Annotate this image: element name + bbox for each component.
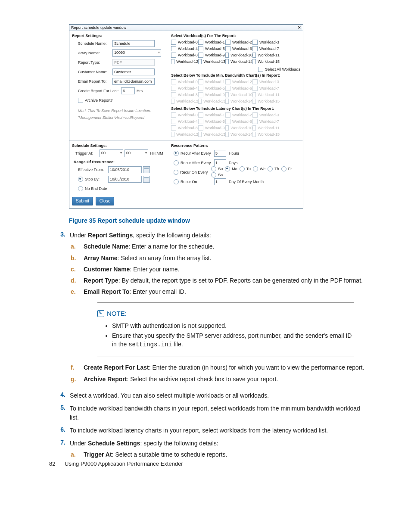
weekday-radio[interactable] [253, 166, 258, 171]
workload-checkbox [198, 132, 202, 137]
workload-checkbox[interactable] [252, 40, 258, 45]
workload-checkbox [198, 125, 203, 131]
schedule-name-input[interactable]: Schedule [112, 40, 155, 47]
email-input[interactable]: emailId@domain.com [112, 78, 155, 85]
workload-item[interactable]: Workload-12 [171, 59, 198, 64]
workload-item[interactable]: Workload-4 [171, 46, 198, 51]
workload-item[interactable]: Workload-10 [225, 53, 252, 58]
workload-item: Workload-9 [198, 92, 225, 97]
workload-checkbox[interactable] [252, 53, 256, 58]
workload-item[interactable]: Workload-13 [198, 59, 225, 64]
calendar-icon[interactable] [143, 166, 150, 173]
note-box: NOTE: SMTP with authentication is not su… [97, 302, 354, 358]
stop-by-radio[interactable] [78, 177, 83, 182]
weekday-option[interactable]: Su [211, 166, 224, 171]
customer-name-input[interactable]: Customer [112, 68, 155, 75]
workload-item[interactable]: Workload-9 [198, 53, 225, 58]
no-end-date-radio[interactable] [78, 186, 83, 191]
workload-label: Workload-3 [259, 113, 279, 117]
effective-from-input[interactable]: 10/05/2010 [108, 166, 142, 173]
workload-item[interactable]: Workload-14 [225, 59, 252, 64]
note-item: SMTP with authentication is not supporte… [112, 322, 354, 330]
recur-weekday-radio[interactable] [174, 170, 178, 175]
workload-checkbox [225, 86, 230, 91]
workload-item[interactable]: Workload-1 [198, 40, 225, 45]
weekday-radio[interactable] [240, 166, 245, 171]
weekday-option[interactable]: We [253, 166, 267, 171]
weekday-label: Su [218, 167, 223, 171]
stop-by-input[interactable]: 10/05/2010 [108, 176, 142, 183]
workload-item[interactable]: Workload-15 [252, 59, 280, 64]
weekday-radio[interactable] [281, 166, 286, 171]
workload-item[interactable]: Workload-8 [171, 53, 198, 58]
workload-item: Workload-11 [252, 125, 280, 131]
dialog-titlebar: Report schedule update window ✕ [69, 25, 303, 31]
workload-checkbox[interactable] [252, 46, 258, 51]
weekday-option[interactable]: Tu [240, 166, 252, 171]
recur-hours-input[interactable]: 5 [214, 150, 226, 157]
workload-label: Workload-1 [205, 40, 225, 44]
recur-hours-radio[interactable] [174, 151, 179, 156]
workload-checkbox[interactable] [171, 53, 176, 58]
weekday-label: Th [274, 167, 279, 171]
weekday-radio[interactable] [225, 166, 230, 171]
step-5: To include workload bandwidth charts in … [70, 404, 411, 422]
recur-month-input[interactable]: 1 [214, 178, 226, 185]
weekday-option[interactable]: Th [268, 166, 280, 171]
workload-checkbox[interactable] [225, 40, 230, 45]
workload-checkbox[interactable] [171, 46, 176, 51]
select-all-workloads-label: Select All Workloads [265, 67, 300, 72]
workload-label: Workload-3 [259, 40, 279, 44]
workload-checkbox[interactable] [171, 59, 174, 64]
select-all-workloads-checkbox[interactable] [258, 67, 263, 72]
array-name-select[interactable]: 10090 [112, 49, 161, 57]
workload-checkbox[interactable] [225, 59, 229, 64]
workload-label: Workload-4 [178, 86, 198, 90]
weekday-option[interactable]: Mo [225, 166, 239, 171]
workload-item[interactable]: Workload-3 [252, 40, 280, 45]
workload-item[interactable]: Workload-5 [198, 46, 225, 51]
workload-checkbox[interactable] [198, 46, 203, 51]
archive-checkbox[interactable] [78, 98, 83, 103]
workload-checkbox[interactable] [252, 59, 256, 64]
report-settings-heading: Report Settings: [72, 34, 171, 38]
workload-checkbox[interactable] [198, 53, 203, 58]
recur-days-input[interactable]: 1 [214, 159, 226, 166]
workload-checkbox [198, 119, 203, 124]
close-button[interactable]: Close [96, 197, 115, 205]
recur-hours-unit: Hours [229, 151, 239, 156]
workload-checkbox [252, 79, 258, 84]
workload-checkbox[interactable] [198, 40, 203, 45]
workload-checkbox[interactable] [171, 40, 176, 45]
workload-item[interactable]: Workload-0 [171, 40, 198, 45]
close-icon[interactable]: ✕ [298, 25, 301, 31]
create-last-input[interactable]: 6 [121, 87, 135, 94]
workload-checkbox [198, 92, 203, 97]
workload-item[interactable]: Workload-6 [225, 46, 252, 51]
weekday-radio[interactable] [211, 166, 216, 171]
workload-item[interactable]: Workload-7 [252, 46, 280, 51]
no-end-date-label: No End Date [85, 187, 107, 191]
recur-days-radio[interactable] [174, 160, 179, 165]
workload-checkbox[interactable] [225, 46, 230, 51]
recur-month-radio[interactable] [174, 179, 179, 184]
workload-item: Workload-13 [198, 132, 225, 137]
workload-item: Workload-10 [225, 92, 252, 97]
step-6: To include workload latency charts in yo… [70, 426, 411, 435]
workload-list-latency: Workload-0Workload-1Workload-2Workload-3… [171, 112, 300, 137]
weekday-radio[interactable] [268, 166, 273, 171]
weekday-label: We [260, 167, 265, 171]
workload-item: Workload-8 [171, 125, 198, 131]
weekday-option[interactable]: Fr [281, 166, 293, 171]
submit-button[interactable]: Submit [72, 197, 93, 205]
weekday-option[interactable]: Sa [211, 172, 224, 177]
weekday-radio[interactable] [211, 172, 216, 177]
workload-checkbox [198, 99, 202, 104]
calendar-icon[interactable] [143, 176, 150, 183]
trigger-hh-select[interactable]: 00 [100, 149, 123, 157]
workload-checkbox[interactable] [198, 59, 202, 64]
workload-item[interactable]: Workload-11 [252, 53, 280, 58]
trigger-mm-select[interactable]: 00 [125, 149, 148, 157]
workload-checkbox[interactable] [225, 53, 229, 58]
workload-item[interactable]: Workload-2 [225, 40, 252, 45]
